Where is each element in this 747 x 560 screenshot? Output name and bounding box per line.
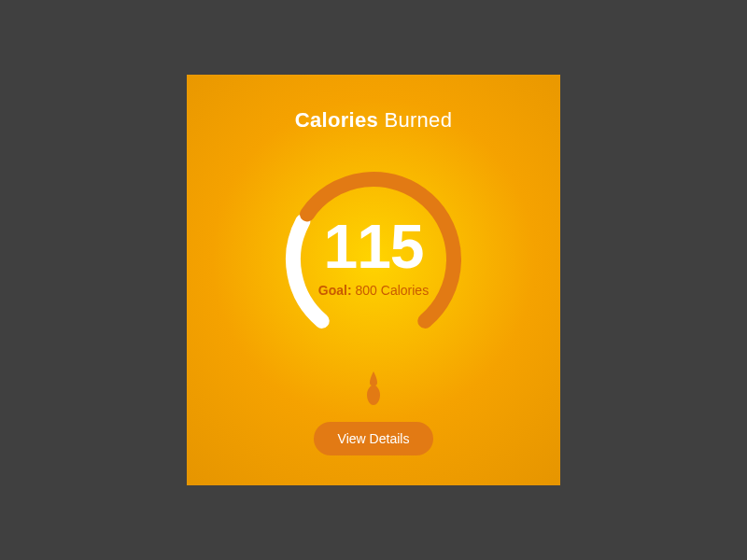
title-light: Burned (384, 108, 452, 132)
gauge-ring-icon (271, 157, 476, 362)
calories-gauge: 115 Goal: 800 Calories (271, 157, 476, 362)
title-bold: Calories (295, 108, 378, 132)
card-title: Calories Burned (295, 108, 452, 133)
flame-icon (359, 371, 388, 405)
calories-card: Calories Burned 115 Goal: 800 Calories V… (187, 75, 560, 485)
view-details-button[interactable]: View Details (314, 422, 434, 455)
